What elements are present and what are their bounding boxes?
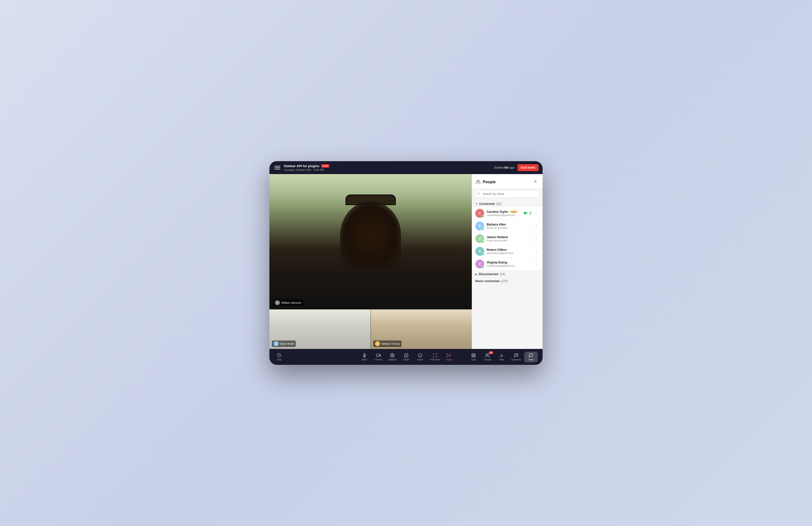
chat-icon xyxy=(529,353,533,357)
toolbar-right: Apps People 10 xyxy=(467,352,538,362)
james-actions: ⋮ xyxy=(533,236,539,242)
james-status-dot xyxy=(482,240,484,243)
header-title-block: Sidebar API for plugins Live Tuesday, Oc… xyxy=(284,164,329,171)
svg-rect-19 xyxy=(472,354,473,355)
person-row-barbara: B Barbara Allen Email not provided ⋮ xyxy=(472,220,542,232)
leave-button[interactable]: Leave xyxy=(443,352,454,362)
james-info: James Holland Email not provided xyxy=(487,235,531,242)
person-row-robert: R Robert Clifton robertclifton@gmail.com… xyxy=(472,245,542,258)
caroline-mic-icon xyxy=(529,211,532,216)
chat-label: Chat xyxy=(528,359,533,361)
end-event-button[interactable]: End event xyxy=(518,164,539,171)
people-sidebar: People xyxy=(472,174,542,349)
james-name-row: James Holland xyxy=(487,235,531,239)
virginia-more-button[interactable]: ⋮ xyxy=(533,261,539,267)
toolbar-center: Micro Camera Settings xyxy=(358,352,454,362)
person-row-james: J James Holland Email not provided ⋮ xyxy=(472,232,542,245)
robert-name: Robert Clifton xyxy=(487,248,507,252)
sidebar-title: People xyxy=(476,179,496,185)
people-button-wrapper: People 10 xyxy=(481,352,494,362)
robert-more-button[interactable]: ⋮ xyxy=(533,249,539,254)
robert-status-dot xyxy=(482,253,484,256)
thumbnail-nathalie: N Nathalie Thomas xyxy=(371,309,472,349)
disconnected-section-header[interactable]: ▶ Disconnected (14) xyxy=(472,271,542,277)
micro-label: Micro xyxy=(362,359,367,361)
barbara-status-dot xyxy=(482,228,484,231)
barbara-more-button[interactable]: ⋮ xyxy=(533,223,539,229)
fullscreen-button[interactable]: Fullscreen xyxy=(427,352,443,362)
main-video: W William Johnson xyxy=(270,174,472,309)
never-connected-count: (270) xyxy=(501,279,508,283)
people-sidebar-icon xyxy=(476,179,481,185)
header-title-row: Sidebar API for plugins Live xyxy=(284,164,329,168)
help-icon xyxy=(277,353,281,357)
virginia-actions: ⋮ xyxy=(533,261,539,267)
header-left: Sidebar API for plugins Live Tuesday, Oc… xyxy=(273,164,329,172)
apps-button[interactable]: Apps xyxy=(467,352,480,362)
svg-point-13 xyxy=(392,355,393,356)
main-video-label: W William Johnson xyxy=(273,299,303,306)
share-icon xyxy=(404,353,408,357)
sidebar-close-button[interactable] xyxy=(532,178,539,186)
barbara-actions: ⋮ xyxy=(533,223,539,229)
polls-button[interactable]: Polls xyxy=(495,352,508,362)
video-area: W William Johnson D Daniel Smith xyxy=(270,174,472,349)
caroline-more-button[interactable]: ⋮ xyxy=(533,210,539,216)
camera-icon xyxy=(376,353,381,357)
caroline-cam-icon xyxy=(524,211,528,216)
people-toolbar-label: People xyxy=(484,359,491,361)
connected-section-header[interactable]: ▼ Connected (10) xyxy=(472,200,542,207)
camera-button[interactable]: Camera xyxy=(372,352,385,362)
robert-name-row: Robert Clifton xyxy=(487,248,531,252)
settings-label: Settings xyxy=(388,359,396,361)
people-count-badge: 10 xyxy=(489,351,493,354)
header-right: Started 5m ago End event xyxy=(494,164,539,171)
apps-icon xyxy=(471,353,476,357)
svg-point-23 xyxy=(486,354,488,355)
caroline-email: carolinetaylor@gmail.com xyxy=(487,214,521,217)
live-badge: Live xyxy=(321,164,329,167)
person-head xyxy=(340,201,401,269)
questions-label: Questions xyxy=(511,359,521,361)
never-connected-section-header[interactable]: Never connected (270) xyxy=(472,277,542,284)
help-button[interactable]: Help xyxy=(274,352,284,362)
polls-label: Polls xyxy=(499,359,504,361)
person-row-caroline: C Caroline Taylor Team carolinetaylor@gm… xyxy=(472,207,542,220)
event-subtitle: Tuesday, October 26th - 3:00 PM xyxy=(284,169,329,171)
react-label: React xyxy=(417,359,423,361)
virginia-name-row: Virginia Ewing xyxy=(487,261,531,264)
barbara-name-row: Barbara Allen xyxy=(487,223,531,226)
person-row-virginia: V Virginia Ewing virginiaewing@gmail.com… xyxy=(472,258,542,271)
daniel-name: Daniel Smith xyxy=(280,342,294,345)
search-input[interactable] xyxy=(475,190,540,198)
share-button[interactable]: Share xyxy=(400,352,413,362)
daniel-avatar: D xyxy=(274,341,279,346)
polls-icon xyxy=(499,353,504,357)
connected-label: Connected xyxy=(479,202,495,206)
svg-line-4 xyxy=(479,194,479,195)
sidebar-body: ▼ Connected (10) C Caroline Taylor Team xyxy=(472,200,542,349)
nathalie-avatar: N xyxy=(375,341,380,346)
disconnected-count: (14) xyxy=(500,273,505,276)
questions-button[interactable]: Questions xyxy=(509,352,524,362)
virginia-status-dot xyxy=(482,266,484,268)
react-icon xyxy=(418,353,422,357)
react-button[interactable]: React xyxy=(414,352,427,362)
james-more-button[interactable]: ⋮ xyxy=(533,236,539,242)
svg-point-3 xyxy=(477,192,479,195)
micro-button[interactable]: Micro xyxy=(358,352,371,362)
thumbnail-row: D Daniel Smith N Nathalie Thomas xyxy=(270,309,472,349)
chat-button[interactable]: Chat xyxy=(524,352,538,362)
virginia-avatar: V xyxy=(475,260,484,268)
connected-count: (10) xyxy=(496,202,501,206)
barbara-email: Email not provided xyxy=(487,227,531,229)
menu-icon[interactable] xyxy=(273,164,281,172)
micro-icon xyxy=(362,353,367,357)
search-bar xyxy=(475,190,540,198)
barbara-avatar: B xyxy=(475,221,484,231)
connected-arrow-icon: ▼ xyxy=(475,203,478,205)
settings-button[interactable]: Settings xyxy=(386,352,399,362)
disconnected-arrow-icon: ▶ xyxy=(475,273,477,276)
camera-on-icon xyxy=(524,211,528,215)
started-text: Started 5m ago xyxy=(494,166,514,170)
